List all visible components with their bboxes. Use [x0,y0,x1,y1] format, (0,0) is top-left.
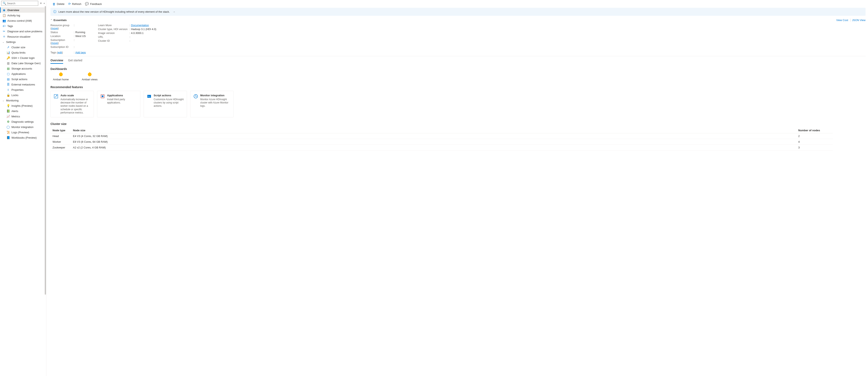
nav-applications[interactable]: ▢Applications [0,71,46,77]
monitor-icon: ◯ [6,125,10,128]
search-input[interactable] [7,2,37,5]
essentials-props: Resource group (move) : Status: Running … [51,24,866,49]
nav-label: Activity log [7,14,20,17]
table-header: Node type Node size Number of nodes [51,127,833,133]
tabs: Overview Get started [51,59,866,64]
nav-label: Insights (Preview) [11,104,32,107]
documentation-link[interactable]: Documentation [131,24,149,27]
nav-script-actions[interactable]: ▤Script actions [0,77,46,82]
nav-tags[interactable]: 🏷 Tags [0,23,46,29]
script-icon: ▤ [6,78,10,81]
json-view-link[interactable]: JSON View [850,19,866,22]
card-monitor-integration[interactable]: Monitor integration Monitor Azure HDInsi… [190,91,234,117]
script-actions-icon [147,94,152,99]
sidebar: 🔍 ✕ « ◉ Overview 📋 Activity log 👥 Access… [0,0,46,376]
nav-data-lake[interactable]: ▥Data Lake Storage Gen1 [0,60,46,66]
ambari-views-tile[interactable]: Ambari views [82,73,97,81]
access-control-icon: 👥 [2,19,6,22]
visualizer-icon: ⚛ [2,35,6,38]
dash-label: Ambari views [82,78,97,81]
head-links: View Cost JSON View [835,19,866,22]
storage-icon: ▤ [6,67,10,70]
apps-icon: ▢ [6,72,10,76]
trash-icon: 🗑 [53,2,56,6]
metrics-icon: 📈 [6,115,10,118]
scrollbar-thumb[interactable] [45,6,46,295]
value: Hadoop 3.1 (HDI 4.0) [131,28,156,31]
nav-group-settings[interactable]: ⌄ Settings [0,39,46,45]
nav-ssh-login[interactable]: 🔑SSH + Cluster login [0,55,46,60]
nav-label: Metrics [11,115,20,118]
nav-storage-accounts[interactable]: ▤Storage accounts [0,66,46,71]
lock-icon: 🔒 [6,93,10,97]
nav-insights[interactable]: 💡Insights (Preview) [0,103,46,108]
applications-icon [100,94,105,99]
nav-group-monitoring[interactable]: ⌄ Monitoring [0,98,46,103]
ambari-home-tile[interactable]: Ambari home [53,73,69,81]
prop-learn-more: Learn More: Documentation [98,24,156,27]
nav-diagnose[interactable]: ✂ Diagnose and solve problems [0,29,46,34]
nav-resource-visualizer[interactable]: ⚛ Resource visualizer [0,34,46,39]
nav-metrics[interactable]: 📈Metrics [0,114,46,119]
chevron-up-icon: ⌃ [51,19,52,22]
nav-quota-limits[interactable]: 📊Quota limits [0,50,46,55]
autoscale-icon [54,94,58,99]
value: 4.0.3000.1 [131,31,144,34]
card-desc: Monitor Azure HDInsight cluster with Azu… [200,98,230,108]
edit-link[interactable]: edit [58,51,62,54]
tab-overview[interactable]: Overview [51,59,63,64]
dashboards-title: Dashboards [51,67,866,70]
tags-icon: 🏷 [2,24,6,28]
cell: 2 [798,135,831,138]
card-auto-scale[interactable]: Auto scale Automatically increase or dec… [51,91,94,117]
move-link[interactable]: move [51,27,58,30]
cell: 4 [798,140,831,143]
card-applications[interactable]: Applications Install third party applica… [97,91,141,117]
nav-label: Storage accounts [11,67,32,70]
nav-logs[interactable]: 📜Logs (Preview) [0,129,46,135]
refresh-button[interactable]: ⟳Refresh [68,2,82,6]
nav-monitor-integration[interactable]: ◯Monitor integration [0,124,46,129]
search-box[interactable]: 🔍 [1,1,38,6]
cell: Zookeeper [53,146,73,149]
props-left: Resource group (move) : Status: Running … [51,24,86,49]
dashboards: Ambari home Ambari views [51,73,866,81]
nav-label: Overview [7,8,19,12]
nav-locks[interactable]: 🔒Locks [0,92,46,98]
col-size: Node size [73,129,798,132]
nav-cluster-size[interactable]: ↗Cluster size [0,45,46,50]
tab-get-started[interactable]: Get started [68,59,82,64]
nav-label: Cluster size [11,46,25,49]
collapse-icon[interactable]: « [43,2,45,5]
cell: 3 [798,146,831,149]
nav-label: Script actions [11,78,27,81]
logs-icon: 📜 [6,131,10,134]
add-tags-link[interactable]: Add tags [75,51,86,54]
prop-resource-group: Resource group (move) : [51,24,86,30]
nav-activity-log[interactable]: 📋 Activity log [0,13,46,18]
nav-properties[interactable]: ⦀Properties [0,87,46,92]
feedback-button[interactable]: 💬Feedback [85,2,102,6]
nav-diagnostic-settings[interactable]: ⚙Diagnostic settings [0,119,46,124]
tags-row: Tags (edit) : Add tags [51,50,866,56]
card-script-actions[interactable]: Script actions Customize Azure HDInsight… [144,91,187,117]
nav-access-control[interactable]: 👥 Access control (IAM) [0,18,46,23]
nav-label: Quota limits [11,51,26,54]
essentials-toggle[interactable]: ⌃ Essentials [51,19,67,22]
prop-url: URL: [98,35,156,38]
nav-workbooks[interactable]: 📘Workbooks (Preview) [0,135,46,140]
view-cost-link[interactable]: View Cost [835,19,848,22]
pin-icon[interactable]: ✕ [40,2,42,5]
nav-external-metastores[interactable]: 🗄External metastores [0,82,46,87]
table-row: Head E4 V3 (4 Cores, 32 GB RAM) 2 [51,133,833,139]
delete-button[interactable]: 🗑Delete [53,2,65,6]
nav-alerts[interactable]: 📗Alerts [0,108,46,114]
move-link[interactable]: move [51,41,58,45]
nav-overview[interactable]: ◉ Overview [0,7,46,13]
nav-label: Tags [7,25,13,28]
scrollbar[interactable] [44,6,46,376]
info-banner[interactable]: ⓘ Learn more about the new version of HD… [51,8,866,16]
label: Resource group [51,24,69,27]
nav-group-label: Monitoring [6,99,19,102]
card-desc: Install third party applications. [107,98,137,104]
